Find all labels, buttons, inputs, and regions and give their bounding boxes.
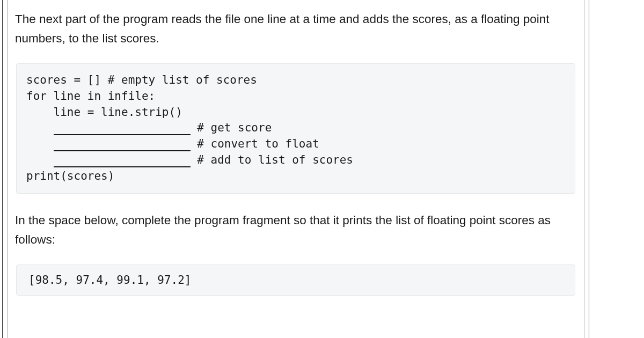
code-comment-2: # convert to float [191, 137, 319, 150]
code-comment-1: # get score [191, 121, 272, 134]
code-line-3: line = line.strip() [26, 106, 182, 119]
code-line-2: for line in infile: [26, 90, 155, 102]
code-line-1: scores = [] # empty list of scores [26, 74, 257, 86]
fill-blank-1[interactable] [54, 122, 191, 135]
page-container: The next part of the program reads the f… [2, 0, 589, 338]
fill-blank-3[interactable] [54, 154, 191, 167]
code-block-1: scores = [] # empty list of scores for l… [16, 63, 575, 194]
output-text: [98.5, 97.4, 99.1, 97.2] [28, 274, 191, 286]
blank-indent-2 [26, 137, 54, 150]
intro-text: The next part of the program reads the f… [15, 10, 576, 48]
instruction-text: In the space below, complete the program… [15, 211, 576, 249]
blank-indent-1 [26, 121, 54, 134]
fill-blank-2[interactable] [54, 138, 191, 151]
code-comment-3: # add to list of scores [191, 153, 353, 166]
blank-indent-3 [26, 153, 54, 166]
content-area: The next part of the program reads the f… [7, 0, 584, 338]
code-line-7: print(scores) [26, 170, 114, 182]
output-block: [98.5, 97.4, 99.1, 97.2] [16, 264, 575, 296]
